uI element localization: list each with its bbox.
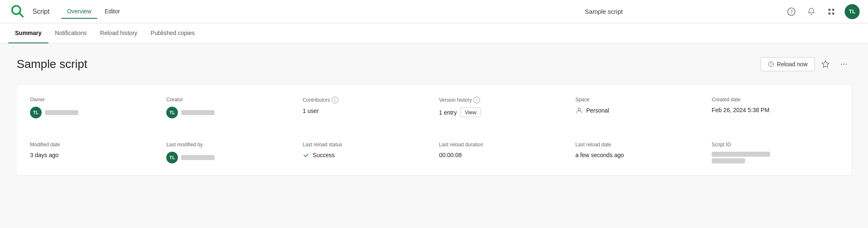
svg-line-2: [19, 13, 23, 17]
reload-status-value: Success: [303, 152, 429, 158]
space-value: Personal: [586, 107, 609, 114]
reload-date-value: a few seconds ago: [575, 152, 702, 158]
metadata-card: Owner TL Creator TL Contributors i 1 use…: [17, 85, 851, 175]
tab-notifications[interactable]: Notifications: [48, 23, 93, 43]
meta-reload-duration: Last reload duration 00:00:08: [439, 142, 565, 163]
favorite-button[interactable]: [818, 57, 833, 72]
created-date-label: Created date: [712, 97, 838, 103]
ellipsis-icon: [840, 60, 848, 68]
reload-status-text: Success: [313, 152, 335, 158]
meta-modified-date: Modified date 3 days ago: [30, 142, 156, 163]
created-date-value: Feb 26, 2024 5:38 PM: [712, 107, 838, 113]
person-icon: [575, 107, 583, 114]
tab-published-copies[interactable]: Published copies: [144, 23, 202, 43]
contributors-label-row: Contributors i: [303, 97, 429, 103]
sub-tabs: Summary Notifications Reload history Pub…: [0, 23, 868, 43]
reload-duration-label: Last reload duration: [439, 142, 565, 148]
meta-script-id: Script ID: [712, 142, 838, 163]
page-title: Sample script: [17, 58, 760, 71]
modified-date-label: Modified date: [30, 142, 156, 148]
script-id-bar-2: [712, 158, 745, 163]
nav-editor[interactable]: Editor: [99, 5, 126, 19]
version-value: 1 entry: [439, 109, 457, 116]
script-id-label: Script ID: [712, 142, 838, 148]
svg-rect-8: [832, 13, 834, 15]
meta-last-modified-by: Last modified by TL: [166, 142, 293, 163]
owner-value: TL: [30, 107, 156, 118]
nav-actions: ? TL: [785, 4, 860, 19]
svg-rect-7: [828, 13, 830, 15]
svg-point-13: [578, 108, 580, 110]
svg-point-11: [843, 64, 845, 65]
creator-avatar: TL: [166, 107, 178, 118]
reload-icon: [768, 61, 774, 68]
svg-rect-5: [828, 9, 830, 11]
meta-reload-status: Last reload status Success: [303, 142, 429, 163]
space-value-row: Personal: [575, 107, 702, 114]
more-options-button[interactable]: [836, 57, 851, 72]
view-version-button[interactable]: View: [460, 108, 481, 117]
content-header: Sample script Reload now: [17, 57, 851, 72]
creator-value: TL: [166, 107, 293, 118]
last-modified-by-value: TL: [166, 152, 293, 163]
modified-date-value: 3 days ago: [30, 152, 156, 158]
star-icon: [821, 60, 830, 68]
meta-contributors: Contributors i 1 user: [303, 97, 429, 118]
reload-status-label: Last reload status: [303, 142, 429, 148]
script-id-bar-1: [712, 152, 770, 157]
reload-now-label: Reload now: [777, 61, 808, 68]
app-name: Script: [33, 8, 50, 15]
owner-label: Owner: [30, 97, 156, 103]
reload-now-button[interactable]: Reload now: [760, 57, 815, 71]
version-info-icon[interactable]: i: [473, 97, 480, 103]
nav-links: Overview Editor: [61, 5, 423, 19]
contributors-label: Contributors: [303, 97, 330, 103]
last-modified-by-avatar: TL: [166, 152, 178, 163]
nav-center-title: Sample script: [423, 8, 785, 15]
grid-icon[interactable]: [825, 5, 838, 18]
version-label: Version history: [439, 97, 472, 103]
contributors-info-icon[interactable]: i: [332, 97, 338, 103]
header-actions: Reload now: [760, 57, 851, 72]
svg-rect-6: [832, 9, 834, 11]
reload-duration-value: 00:00:08: [439, 152, 565, 158]
creator-name-redacted: [181, 110, 215, 115]
meta-creator: Creator TL: [166, 97, 293, 118]
owner-avatar: TL: [30, 107, 42, 118]
main-content: Sample script Reload now: [0, 43, 868, 228]
tab-summary[interactable]: Summary: [8, 23, 48, 43]
script-id-redacted: [712, 152, 838, 163]
svg-point-12: [846, 64, 847, 65]
reload-date-label: Last reload date: [575, 142, 702, 148]
help-icon[interactable]: ?: [785, 5, 798, 18]
creator-label: Creator: [166, 97, 293, 103]
meta-space: Space Personal: [575, 97, 702, 118]
last-modified-by-label: Last modified by: [166, 142, 293, 148]
version-label-row: Version history i: [439, 97, 565, 103]
last-modified-name-redacted: [181, 155, 215, 160]
qlik-logo: [8, 2, 27, 21]
version-value-row: 1 entry View: [439, 108, 565, 117]
meta-reload-date: Last reload date a few seconds ago: [575, 142, 702, 163]
svg-text:?: ?: [790, 9, 793, 15]
owner-name-redacted: [45, 110, 78, 115]
meta-created-date: Created date Feb 26, 2024 5:38 PM: [712, 97, 838, 118]
bell-icon[interactable]: [805, 5, 818, 18]
meta-owner: Owner TL: [30, 97, 156, 118]
nav-overview[interactable]: Overview: [61, 5, 97, 19]
user-avatar[interactable]: TL: [845, 4, 860, 19]
svg-point-10: [841, 64, 842, 65]
contributors-value: 1 user: [303, 108, 429, 114]
space-label: Space: [575, 97, 702, 103]
checkmark-icon: [303, 152, 309, 158]
top-nav: Script Overview Editor Sample script ?: [0, 0, 868, 23]
tab-reload-history[interactable]: Reload history: [93, 23, 144, 43]
meta-version-history: Version history i 1 entry View: [439, 97, 565, 118]
